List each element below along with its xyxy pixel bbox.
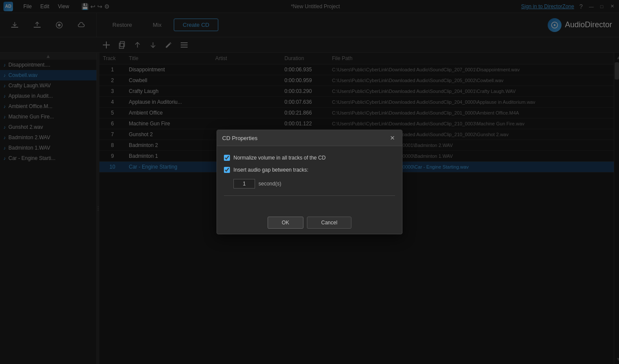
cd-properties-modal: CD Properties ✕ Normalize volume in all … [217, 130, 402, 234]
normalize-label[interactable]: Normalize volume in all tracks of the CD [233, 155, 325, 161]
modal-overlay: CD Properties ✕ Normalize volume in all … [0, 0, 619, 364]
cancel-button[interactable]: Cancel [307, 217, 351, 229]
modal-option-normalize: Normalize volume in all tracks of the CD [224, 155, 395, 161]
modal-body: Normalize volume in all tracks of the CD… [217, 146, 402, 211]
modal-title: CD Properties [222, 135, 258, 141]
gap-unit-label: second(s) [258, 181, 281, 187]
gap-label[interactable]: Insert audio gap between tracks: [233, 167, 308, 173]
ok-button[interactable]: OK [268, 217, 303, 229]
normalize-checkbox[interactable] [224, 155, 230, 161]
modal-close-button[interactable]: ✕ [388, 134, 397, 142]
gap-value-input[interactable] [233, 179, 255, 188]
modal-footer: OK Cancel [217, 211, 402, 234]
gap-row: second(s) [233, 179, 395, 188]
modal-header: CD Properties ✕ [217, 130, 402, 146]
modal-divider [224, 195, 395, 196]
modal-option-gap: Insert audio gap between tracks: [224, 167, 395, 173]
gap-checkbox[interactable] [224, 167, 230, 173]
